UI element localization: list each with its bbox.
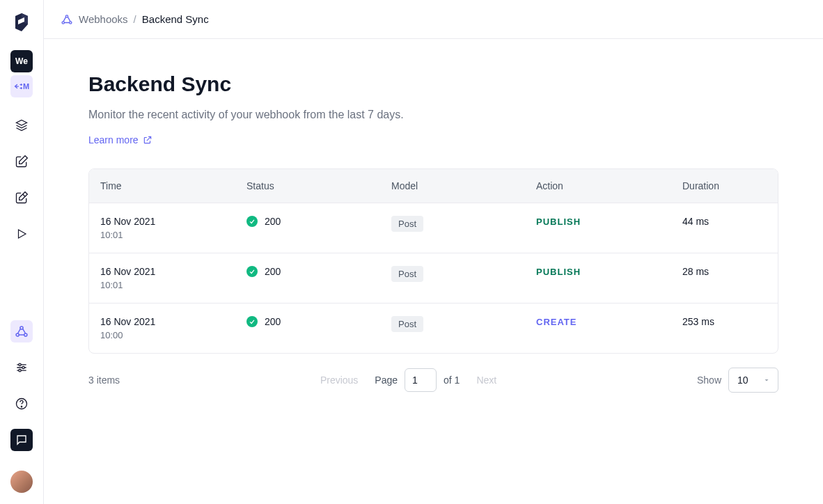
external-link-icon (143, 135, 152, 145)
row-action: PUBLISH (536, 216, 581, 227)
show-select[interactable]: 10 (728, 368, 778, 393)
col-duration-header: Duration (682, 180, 767, 191)
col-model-header: Model (391, 180, 536, 191)
pager: 3 items Previous Page of 1 Next Show 10 (88, 368, 778, 393)
row-status: 200 (265, 316, 281, 327)
svg-point-9 (19, 370, 21, 372)
sidebar-item-stack[interactable] (10, 114, 33, 136)
next-button[interactable]: Next (476, 375, 496, 386)
svg-point-12 (65, 15, 68, 17)
sidebar-item-m[interactable]: M (10, 75, 33, 97)
logo-icon (10, 11, 33, 33)
breadcrumb: Webhooks / Backend Sync (44, 0, 823, 39)
row-time: 10:00 (100, 330, 240, 340)
row-duration: 28 ms (682, 266, 767, 277)
sidebar-item-we[interactable]: We (10, 50, 33, 72)
table-row[interactable]: 16 Nov 202110:01200PostPUBLISH28 ms (89, 253, 778, 304)
svg-point-14 (70, 21, 72, 23)
row-time: 10:01 (100, 280, 240, 290)
table-header: Time Status Model Action Duration (89, 169, 778, 203)
row-duration: 44 ms (682, 216, 767, 227)
row-action: CREATE (536, 317, 577, 327)
col-time-header: Time (100, 180, 246, 191)
main: Webhooks / Backend Sync Backend Sync Mon… (44, 0, 823, 504)
breadcrumb-separator: / (134, 13, 136, 25)
avatar[interactable] (10, 471, 33, 493)
svg-point-11 (21, 407, 22, 407)
col-status-header: Status (246, 180, 391, 191)
check-icon (246, 316, 258, 327)
col-action-header: Action (536, 180, 682, 191)
page-title: Backend Sync (88, 72, 778, 96)
breadcrumb-parent[interactable]: Webhooks (79, 13, 128, 25)
svg-point-7 (19, 363, 21, 365)
row-date: 16 Nov 2021 (100, 216, 240, 227)
breadcrumb-current: Backend Sync (142, 13, 209, 25)
row-status: 200 (265, 216, 281, 227)
page-label: Page (375, 375, 398, 386)
learn-more-link[interactable]: Learn more (88, 134, 152, 145)
sidebar-item-settings[interactable] (10, 356, 33, 379)
sidebar-item-webhooks[interactable] (10, 320, 33, 342)
content: Backend Sync Monitor the recent activity… (44, 39, 823, 393)
check-icon (246, 216, 258, 227)
sidebar: We M (0, 0, 44, 504)
table-row[interactable]: 16 Nov 202110:01200PostPUBLISH44 ms (89, 203, 778, 253)
model-badge: Post (391, 216, 423, 232)
table-row[interactable]: 16 Nov 202110:00200PostCREATE253 ms (89, 304, 778, 353)
page-input[interactable] (405, 368, 437, 392)
chevron-down-icon (762, 376, 771, 384)
previous-button[interactable]: Previous (320, 375, 358, 386)
page-subtitle: Monitor the recent activity of your webh… (88, 109, 778, 121)
sidebar-item-play[interactable] (10, 223, 33, 245)
row-date: 16 Nov 2021 (100, 266, 240, 277)
svg-point-3 (24, 333, 27, 336)
sidebar-item-help[interactable] (10, 393, 33, 415)
model-badge: Post (391, 316, 423, 332)
row-time: 10:01 (100, 230, 240, 240)
webhook-icon (61, 13, 73, 26)
model-badge: Post (391, 266, 423, 282)
svg-point-2 (16, 333, 19, 336)
sidebar-item-edit-alt[interactable] (10, 187, 33, 209)
activity-table: Time Status Model Action Duration 16 Nov… (88, 168, 778, 354)
sidebar-item-chat[interactable] (10, 429, 33, 451)
check-icon (246, 266, 258, 277)
svg-marker-0 (19, 230, 26, 238)
row-duration: 253 ms (682, 316, 767, 327)
row-status: 200 (265, 266, 281, 277)
sidebar-item-edit[interactable] (10, 150, 33, 173)
svg-point-8 (22, 366, 24, 368)
svg-point-13 (62, 21, 64, 23)
items-count: 3 items (88, 375, 120, 386)
page-of-label: of 1 (444, 375, 460, 386)
show-label: Show (697, 375, 721, 386)
row-action: PUBLISH (536, 267, 581, 277)
row-date: 16 Nov 2021 (100, 316, 240, 327)
